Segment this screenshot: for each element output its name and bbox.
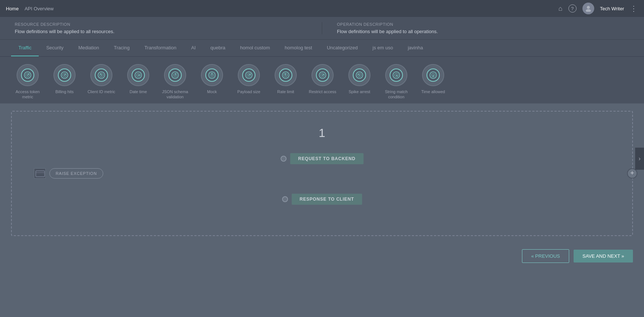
- help-icon[interactable]: ?: [568, 4, 577, 13]
- svg-point-1: [586, 9, 591, 12]
- tabs-bar: Traffic Security Mediation Tracing Trans…: [0, 40, 644, 57]
- gauge-icon: [353, 68, 366, 82]
- tab-homolog-test[interactable]: homolog test: [277, 40, 319, 56]
- svg-point-5: [27, 75, 28, 76]
- policy-icon-circle: [127, 64, 149, 86]
- canvas-number: 1: [319, 126, 326, 140]
- tab-transformation[interactable]: Transformation: [137, 40, 184, 56]
- policy-label: Payload size: [237, 89, 260, 94]
- policy-label: Access token metric: [11, 89, 44, 100]
- policy-icon-circle: [348, 64, 370, 86]
- canvas-add-button[interactable]: +: [627, 168, 637, 179]
- gauge-icon: [427, 68, 440, 82]
- policy-payload-size[interactable]: Payload size: [232, 64, 265, 100]
- svg-point-37: [322, 75, 323, 76]
- canvas-wrapper: 1 RAISE EXCEPTION REQUEST TO BACKEND RES…: [0, 103, 644, 243]
- tab-javinha[interactable]: javinha: [400, 40, 430, 56]
- policy-mock[interactable]: Mock: [195, 64, 229, 100]
- policy-label: String match condition: [380, 89, 413, 100]
- resource-description-label: Resource description: [15, 22, 307, 27]
- save-and-next-button[interactable]: SAVE AND NEXT »: [574, 250, 633, 263]
- gauge-icon: [95, 68, 108, 82]
- policy-time-allowed[interactable]: Time allowed: [417, 64, 450, 100]
- tab-js-em-uso[interactable]: js em uso: [365, 40, 401, 56]
- tab-tracing[interactable]: Tracing: [107, 40, 137, 56]
- policy-icon-circle: [164, 64, 186, 86]
- canvas-area: 1 RAISE EXCEPTION REQUEST TO BACKEND RES…: [11, 111, 633, 236]
- gauge-icon: [390, 68, 403, 82]
- policy-access-token-metric[interactable]: Access token metric: [11, 64, 44, 100]
- policy-label: Billing hits: [55, 89, 74, 94]
- policy-label: JSON schema validation: [159, 89, 192, 100]
- operation-description-label: Operation description: [337, 22, 629, 27]
- home-link[interactable]: Home: [6, 6, 19, 11]
- svg-point-25: [212, 75, 213, 76]
- svg-point-41: [359, 75, 360, 76]
- policy-label: Spike arrest: [349, 89, 370, 94]
- menu-button[interactable]: ⋮: [630, 4, 638, 13]
- request-to-backend-button[interactable]: REQUEST TO BACKEND: [290, 153, 364, 164]
- avatar: [582, 3, 594, 14]
- svg-point-45: [396, 75, 397, 76]
- gauge-icon: [21, 68, 34, 82]
- policy-string-match-condition[interactable]: String match condition: [380, 64, 413, 100]
- policy-area: Access token metric Billing hits: [0, 57, 644, 103]
- policy-icon-circle: [201, 64, 223, 86]
- policy-label: Time allowed: [421, 89, 445, 94]
- policy-icon-circle: [53, 64, 76, 86]
- response-to-client-row: RESPONSE TO CLIENT: [282, 194, 362, 205]
- resource-description-text: Flow definitions will be applied to all …: [15, 29, 307, 34]
- policy-client-id-metric[interactable]: Client ID metric: [85, 64, 118, 100]
- response-to-client-button[interactable]: RESPONSE TO CLIENT: [292, 194, 362, 205]
- policy-spike-arrest[interactable]: Spike arrest: [343, 64, 376, 100]
- policy-billing-hits[interactable]: Billing hits: [48, 64, 81, 100]
- policy-rate-limit[interactable]: Rate limit: [269, 64, 302, 100]
- home-icon[interactable]: ⌂: [558, 5, 563, 13]
- svg-point-17: [138, 75, 139, 76]
- tab-uncategorized[interactable]: Uncategorized: [320, 40, 365, 56]
- svg-point-21: [175, 75, 176, 76]
- description-bar: Resource description Flow definitions wi…: [0, 17, 644, 40]
- operation-description: Operation description Flow definitions w…: [337, 22, 629, 34]
- tab-homol-custom[interactable]: homol custom: [233, 40, 277, 56]
- tab-quebra[interactable]: quebra: [203, 40, 233, 56]
- policy-restrict-access[interactable]: Restrict access: [306, 64, 339, 100]
- tab-mediation[interactable]: Mediation: [71, 40, 106, 56]
- policy-label: Restrict access: [309, 89, 337, 94]
- policy-label: Rate limit: [277, 89, 294, 94]
- raise-exception-box: [34, 168, 46, 179]
- footer: « PREVIOUS SAVE AND NEXT »: [0, 243, 644, 269]
- raise-exception-button[interactable]: RAISE EXCEPTION: [49, 168, 103, 179]
- gauge-icon: [132, 68, 145, 82]
- username: Tech Writer: [600, 6, 624, 11]
- previous-button[interactable]: « PREVIOUS: [522, 249, 569, 263]
- tab-security[interactable]: Security: [39, 40, 71, 56]
- api-overview-link[interactable]: API Overview: [25, 6, 54, 11]
- tab-traffic[interactable]: Traffic: [11, 40, 39, 56]
- svg-rect-50: [36, 171, 45, 177]
- policy-label: Client ID metric: [87, 89, 115, 94]
- gauge-icon: [168, 68, 182, 82]
- gauge-icon: [58, 68, 71, 82]
- header-nav: Home API Overview: [6, 6, 553, 11]
- policy-json-schema-validation[interactable]: JSON schema validation: [159, 64, 192, 100]
- header-right: ⌂ ? Tech Writer ⋮: [558, 3, 638, 14]
- policy-date-time[interactable]: Date time: [122, 64, 155, 100]
- right-arrow-button[interactable]: ›: [635, 148, 644, 170]
- request-backend-dot: [281, 156, 286, 162]
- policy-icon-circle: [275, 64, 297, 86]
- policy-icon-circle: [238, 64, 260, 86]
- tab-ai[interactable]: AI: [184, 40, 203, 56]
- policy-label: Date time: [129, 89, 147, 94]
- gauge-icon: [279, 68, 292, 82]
- svg-point-29: [248, 75, 250, 76]
- gauge-icon: [316, 68, 329, 82]
- gauge-icon: [205, 68, 219, 82]
- policy-icon-circle: [385, 64, 407, 86]
- svg-point-0: [587, 6, 590, 9]
- svg-point-49: [433, 75, 434, 76]
- request-to-backend-row: REQUEST TO BACKEND: [281, 153, 364, 164]
- policy-icon-circle: [90, 64, 112, 86]
- policy-icon-circle: [17, 64, 39, 86]
- resource-description: Resource description Flow definitions wi…: [15, 22, 307, 34]
